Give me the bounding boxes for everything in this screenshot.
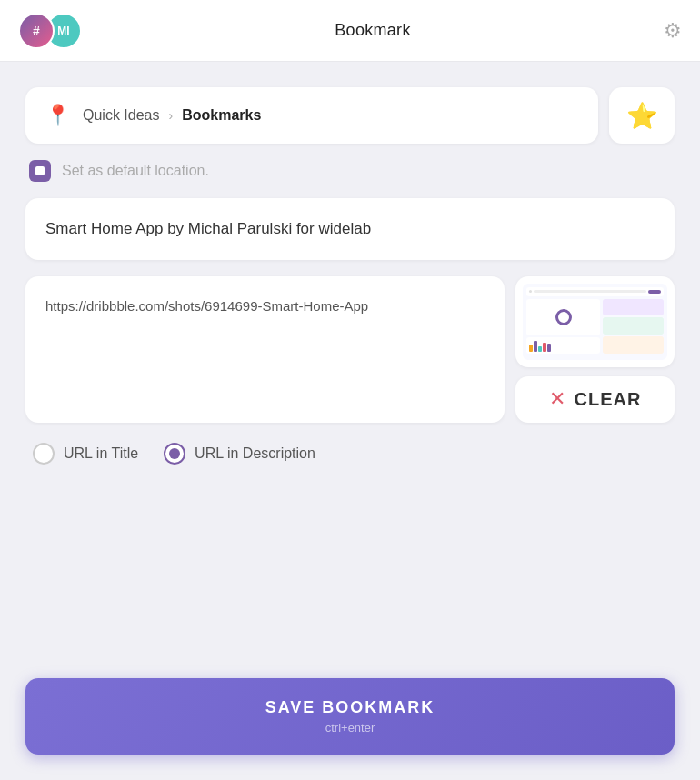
radio-inner-2	[169, 448, 180, 459]
preview-card-2	[603, 317, 664, 335]
bookmark-title-text: Smart Home App by Michal Parulski for wi…	[45, 218, 655, 240]
preview-dashboard	[523, 284, 667, 360]
preview-bar-1	[529, 345, 533, 352]
page-title: Bookmark	[335, 21, 410, 40]
preview-badge	[648, 290, 661, 294]
breadcrumb-parent: Quick Ideas	[83, 107, 159, 124]
settings-icon[interactable]: ⚙	[664, 19, 682, 43]
location-card[interactable]: 📍 Quick Ideas › Bookmarks	[25, 87, 598, 144]
location-row: 📍 Quick Ideas › Bookmarks ⭐	[25, 87, 675, 144]
breadcrumb: Quick Ideas › Bookmarks	[83, 107, 261, 124]
url-preview-card	[515, 276, 675, 367]
url-section: https://dribbble.com/shots/6914699-Smart…	[25, 276, 675, 423]
chevron-right-icon: ›	[168, 108, 173, 123]
url-text: https://dribbble.com/shots/6914699-Smart…	[45, 296, 485, 317]
title-card[interactable]: Smart Home App by Michal Parulski for wi…	[25, 198, 675, 260]
radio-url-in-title[interactable]: URL in Title	[33, 443, 138, 465]
preview-gauge	[526, 299, 600, 335]
header: # MI Bookmark ⚙	[0, 0, 700, 62]
star-button[interactable]: ⭐	[609, 87, 675, 144]
avatar-mi-label: MI	[57, 25, 69, 37]
preview-title-bar	[534, 290, 646, 293]
breadcrumb-current: Bookmarks	[182, 107, 261, 124]
radio-label-2: URL in Description	[195, 445, 315, 462]
radio-row: URL in Title URL in Description	[25, 439, 675, 468]
save-btn-label: SAVE BOOKMARK	[45, 698, 655, 717]
default-location-row: Set as default location.	[25, 160, 675, 182]
preview-bars	[526, 337, 600, 354]
radio-circle-2	[164, 443, 185, 465]
preview-gauge-circle	[555, 309, 572, 325]
checkbox-inner	[35, 166, 45, 175]
preview-left	[526, 299, 600, 354]
preview-bar-3	[538, 346, 542, 352]
preview-bar-2	[534, 341, 537, 352]
star-icon: ⭐	[626, 101, 658, 131]
clear-button[interactable]: ✕ CLEAR	[515, 376, 675, 423]
preview-bar-4	[543, 343, 546, 352]
preview-right	[603, 299, 664, 354]
radio-url-in-description[interactable]: URL in Description	[164, 443, 315, 465]
save-btn-shortcut: ctrl+enter	[45, 721, 655, 735]
clear-x-icon: ✕	[549, 389, 565, 409]
avatar-group: # MI	[18, 13, 82, 49]
preview-bar-5	[547, 344, 551, 352]
location-pin-icon: 📍	[45, 104, 70, 127]
default-location-checkbox[interactable]	[29, 160, 51, 182]
avatar-h[interactable]: #	[18, 13, 55, 49]
preview-card-3	[603, 336, 664, 354]
avatar-h-label: #	[33, 24, 40, 38]
default-location-label: Set as default location.	[62, 163, 209, 179]
clear-label: CLEAR	[575, 389, 642, 410]
url-card[interactable]: https://dribbble.com/shots/6914699-Smart…	[25, 276, 505, 423]
preview-content	[526, 299, 664, 354]
radio-label-1: URL in Title	[64, 445, 138, 462]
radio-circle-1	[33, 443, 55, 465]
preview-dot	[529, 290, 532, 293]
main-content: 📍 Quick Ideas › Bookmarks ⭐ Set as defau…	[0, 62, 700, 780]
preview-card-1	[603, 299, 664, 316]
save-bookmark-button[interactable]: SAVE BOOKMARK ctrl+enter	[25, 678, 675, 755]
url-preview-panel: ✕ CLEAR	[515, 276, 675, 423]
preview-top-bar	[526, 287, 664, 296]
